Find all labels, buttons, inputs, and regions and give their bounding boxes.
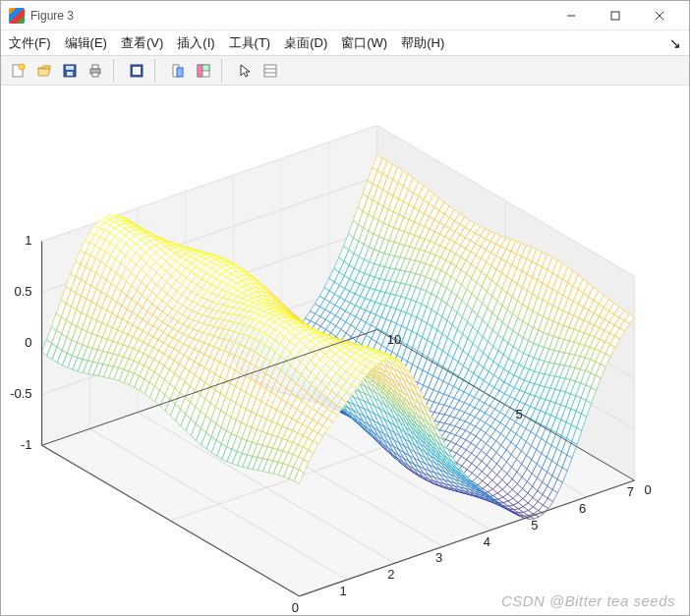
print-icon[interactable]: [84, 59, 107, 83]
pointer-icon[interactable]: [233, 59, 257, 83]
svg-rect-7: [66, 66, 74, 70]
maximize-button[interactable]: [593, 1, 637, 30]
print-preview-icon[interactable]: [125, 59, 148, 83]
menu-desktop[interactable]: 桌面(D): [284, 34, 327, 52]
open-icon[interactable]: [32, 59, 56, 83]
link-icon[interactable]: [166, 59, 190, 83]
inspect-icon[interactable]: [259, 59, 282, 83]
toolbar-separator: [221, 59, 227, 83]
menu-window[interactable]: 窗口(W): [341, 34, 387, 52]
svg-rect-13: [133, 67, 141, 75]
svg-point-5: [19, 64, 25, 70]
toolbar: [1, 56, 689, 85]
svg-rect-18: [202, 65, 209, 71]
menu-bar: 文件(F) 编辑(E) 查看(V) 插入(I) 工具(T) 桌面(D) 窗口(W…: [1, 30, 689, 56]
svg-rect-10: [92, 65, 98, 69]
window-title: Figure 3: [30, 9, 548, 23]
axes-3d[interactable]: CSDN @Bitter tea seeds: [1, 85, 689, 615]
dock-arrow-icon[interactable]: ↘: [669, 35, 681, 51]
save-icon[interactable]: [58, 59, 82, 83]
menu-view[interactable]: 查看(V): [121, 34, 163, 52]
svg-rect-1: [611, 12, 619, 20]
layout-icon[interactable]: [192, 59, 215, 83]
menu-file[interactable]: 文件(F): [9, 34, 51, 52]
svg-rect-8: [67, 72, 73, 76]
surface-mesh: [1, 85, 689, 615]
new-figure-icon[interactable]: [7, 59, 30, 83]
toolbar-separator: [154, 59, 160, 83]
svg-rect-11: [92, 73, 98, 77]
matlab-icon: [9, 8, 25, 24]
toolbar-separator: [113, 59, 119, 83]
svg-rect-15: [177, 68, 183, 77]
menu-help[interactable]: 帮助(H): [401, 34, 444, 52]
svg-rect-17: [198, 65, 202, 77]
menu-edit[interactable]: 编辑(E): [65, 34, 107, 52]
title-bar: Figure 3: [1, 1, 689, 30]
menu-insert[interactable]: 插入(I): [177, 34, 214, 52]
minimize-button[interactable]: [548, 1, 593, 30]
menu-tools[interactable]: 工具(T): [229, 34, 271, 52]
close-button[interactable]: [637, 1, 681, 30]
svg-rect-19: [264, 65, 276, 77]
